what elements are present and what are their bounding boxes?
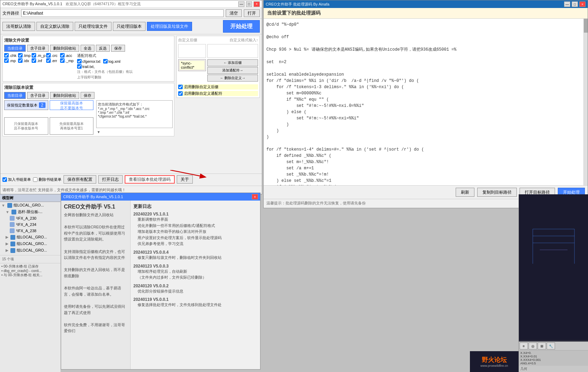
- clean-sub-dir[interactable]: 含子目录: [27, 45, 49, 52]
- sidebar-item-6[interactable]: ▶ 组LOCAL_GRO...: [0, 240, 60, 247]
- add-match-btn[interactable]: 添加通配符→: [207, 67, 258, 74]
- keep-highest-no-num[interactable]: 保留最高版本且不要版本号: [50, 100, 94, 110]
- sidebar-item-5[interactable]: ▶ 组LOCAL_GRO...: [0, 234, 60, 240]
- format-col2: log.xml: [103, 59, 121, 69]
- tab-old-and-junk[interactable]: 处理旧版及垃圾文件: [147, 22, 192, 31]
- open-button[interactable]: 打开: [244, 9, 260, 17]
- clean-save-btn[interactable]: 保存: [111, 45, 125, 52]
- changelog-entry-4: 20240119 V5.0.0.1 修复选择批处理文件时，文件先移到批处理文件处: [133, 297, 257, 308]
- source-scrollbar[interactable]: [583, 19, 588, 185]
- clean-delete-recycle[interactable]: 删除到回收站: [50, 45, 79, 52]
- source-refresh-btn[interactable]: 刷新: [456, 188, 474, 197]
- clean-current-dir[interactable]: 当前目录: [4, 45, 26, 52]
- keep-highest-no-modify[interactable]: 只保留最高版本且不修改版本号: [4, 117, 48, 135]
- filepath-input[interactable]: [21, 9, 224, 17]
- delete-custom-btn[interactable]: ← 删除自定义→: [207, 75, 258, 82]
- source-min-btn[interactable]: —: [564, 1, 570, 7]
- info-close-btn[interactable]: ×: [252, 194, 258, 200]
- info-description: 全网首创删除文件进入回收站 本软件可以清除CREO软件在使用过程中产生的旧版本，…: [64, 212, 127, 334]
- source-copy-btn[interactable]: 复制到目标路径: [477, 188, 517, 197]
- tab-custom-clear[interactable]: 自定义默认清除: [36, 22, 73, 31]
- clear-button[interactable]: 清空: [226, 9, 242, 17]
- changelog-entry-3: 20240120 V5.0.0.2 优化部分按钮操作提示信息: [133, 284, 257, 295]
- enable-match-checkbox[interactable]: [178, 91, 183, 96]
- add-chain-checkbox[interactable]: [2, 177, 7, 182]
- source-max-btn[interactable]: □: [572, 1, 578, 7]
- custom-section: 自定义后缀 自定义格式输入↑ *sync-conflict* ← 添加后缀: [176, 36, 260, 98]
- item-icon-6: [10, 242, 15, 246]
- keep-highest-reset-to1[interactable]: 先保留最高版本再将版本号置1: [50, 117, 94, 135]
- cad-svg: [519, 194, 588, 340]
- cad-btn-4[interactable]: 🔧: [547, 343, 555, 349]
- cad-coords: X.X4+0. X.XX4+0.01 X.XXX4+0.001 ANG.4+0.…: [519, 350, 588, 366]
- about-btn[interactable]: 关于: [177, 175, 193, 184]
- version-current-dir[interactable]: 当前目录: [4, 92, 26, 99]
- custom-suffix-input[interactable]: [178, 44, 206, 58]
- open-log-btn[interactable]: 打开日志: [98, 175, 123, 184]
- source-code-area[interactable]: @cd/d "%~dp0" @echo off Chcp 936 > Nul %…: [264, 19, 583, 185]
- save-all-config-btn[interactable]: 保存所有配置: [64, 175, 96, 184]
- suffix-crc: .crc: [46, 53, 59, 58]
- tabs-row: 法哥默认清除 自定义默认清除 只处理垃圾文件 只处理旧版本 处理旧版及垃圾文件 …: [0, 19, 262, 34]
- clean-section: 清除文件设置 当前目录 含子目录 删除到回收站 全选 反选 保存 .chk .t…: [2, 36, 174, 82]
- remove-chain-checkbox[interactable]: [33, 177, 38, 182]
- keep-specified-label: 保留指定数量版本: [7, 103, 38, 108]
- sidebar-label-1: 选杆-限位板-...: [18, 209, 43, 214]
- format-patterns: 通配符格式 cfgerror.txt trail.txt, log.xml 注：…: [77, 53, 140, 80]
- keep-specified-count[interactable]: 保留指定数量版本 2: [4, 100, 48, 110]
- suffix-grid: .chk .tmp .m_p .crc .acc .mp .idx .inf .…: [4, 53, 74, 63]
- custom-buttons-row: *sync-conflict* ← 添加后缀 添加通配符→ ← 删除自定义→: [178, 59, 258, 82]
- sidebar-label-7: 组LOCAL_GRO...: [17, 248, 47, 253]
- preview-scroll-indicator: ▼: [96, 129, 173, 135]
- cad-btn-3[interactable]: ⊞: [538, 343, 546, 349]
- changelog-date-0: 20240220 V5.1.0.1: [133, 212, 257, 217]
- coord-x: X.X4+0.: [520, 351, 587, 355]
- sidebar-item-3[interactable]: ¹IFX_A_234: [0, 221, 60, 228]
- suffix-mp: .mp: [4, 58, 17, 63]
- info-content: CREO文件助手 V5.1 全网首创删除文件进入回收站 本软件可以清除CREO软…: [61, 201, 260, 369]
- clean-reverse-btn[interactable]: 反选: [96, 45, 110, 52]
- close-button[interactable]: ×: [254, 1, 260, 7]
- enable-suffix-checkbox[interactable]: [178, 85, 183, 89]
- sidebar-item-7[interactable]: ▶ 组LOCAL_GRO...: [0, 247, 60, 254]
- version-delete-recycle[interactable]: 删除到回收站: [50, 92, 79, 99]
- version-sub-dir[interactable]: 含子目录: [27, 92, 49, 99]
- changelog-date-3: 20240120 V5.0.0.2: [133, 284, 257, 288]
- expand-icon-6: ▶: [6, 242, 8, 246]
- changelog-items-4: 修复选择批处理文件时，文件先移到批处理文件处: [138, 302, 257, 308]
- cad-mode: 几何: [519, 366, 588, 372]
- coord-xx: X.XX4+0.01: [520, 355, 587, 358]
- cad-btn-1[interactable]: ≡: [520, 343, 528, 349]
- source-close-btn[interactable]: ×: [579, 1, 586, 7]
- sidebar-label-2: ¹IFX_A_230: [16, 216, 36, 220]
- sidebar-item-1[interactable]: ▼ 选杆-限位板-...: [0, 209, 60, 215]
- sidebar-item-4[interactable]: ¹IFX_A_238: [0, 228, 60, 234]
- item-icon-7: [10, 248, 15, 253]
- sidebar-label-4: ¹IFX_A_238: [16, 229, 36, 233]
- sidebar-item-0[interactable]: ▼ 组LOCAL_GRO...: [0, 202, 60, 209]
- add-chain-label: 加入书链菜单: [8, 177, 31, 182]
- max-button[interactable]: □: [246, 1, 252, 7]
- start-process-button[interactable]: 开始处理: [223, 20, 260, 33]
- item-icon-4: [10, 228, 15, 233]
- preview-line1: *.m_p *.mp *._mp *.idx *.acc *.crc: [98, 107, 171, 111]
- sidebar-item-2[interactable]: ¹IFX_A_230: [0, 215, 60, 221]
- min-button[interactable]: —: [238, 1, 245, 7]
- tab-junk-only[interactable]: 只处理垃圾文件: [75, 22, 111, 31]
- source-warning-text: 温馨提示：批处理源码删除的文件无法恢复，使用请先备份: [266, 201, 366, 205]
- suffix-list: .chk .tmp .m_p .crc .acc .mp .idx .inf .…: [4, 53, 74, 80]
- add-suffix-btn[interactable]: ← 添加后缀: [207, 59, 258, 66]
- tab-default-clear[interactable]: 法哥默认清除: [2, 22, 35, 31]
- info-right: 更新日志 20240220 V5.1.0.1 重新调整软件界面 优化并删除一些不…: [131, 201, 260, 369]
- status-text: 请稍等，法哥正在忙 支持提示，文件或文件夹越多，需要的时间越长哦！: [2, 187, 126, 193]
- custom-format-input[interactable]: [207, 44, 258, 58]
- view-source-btn[interactable]: 查看旧版本批处理源码: [125, 175, 175, 184]
- cad-btn-2[interactable]: ◎: [529, 343, 537, 349]
- main-creo-window: CREO文件助手 By Ainafa_V5.1.0.1 欢迎加入QQ群（6487…: [0, 0, 262, 194]
- source-header-text: 当前设置下的批处理源码: [267, 10, 321, 16]
- tab-old-only[interactable]: 只处理旧版本: [113, 22, 146, 31]
- cad-buttons: ≡ ◎ ⊞ 🔧: [519, 341, 588, 350]
- version-save-btn[interactable]: 保存: [81, 92, 94, 99]
- clean-all-btn[interactable]: 全选: [81, 45, 94, 52]
- filepath-label: 文件路径: [2, 10, 19, 16]
